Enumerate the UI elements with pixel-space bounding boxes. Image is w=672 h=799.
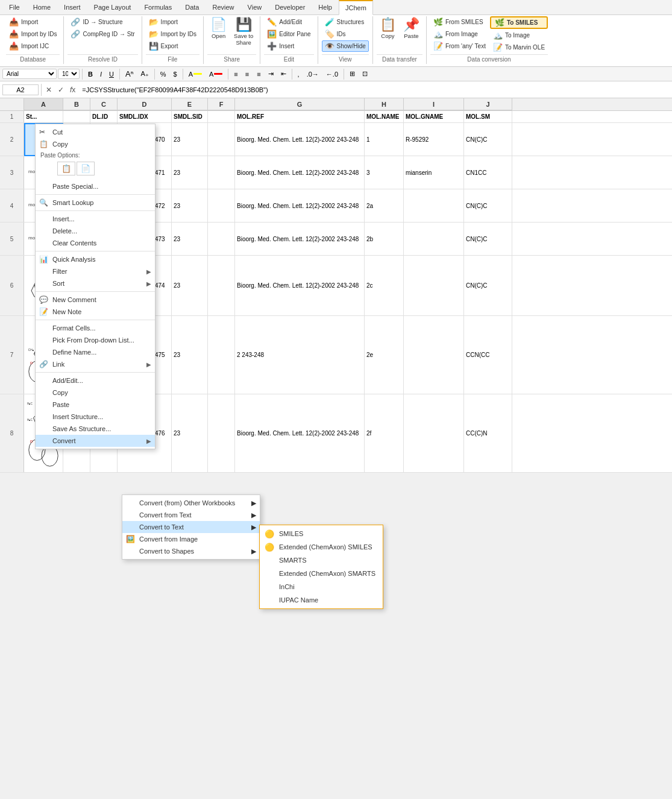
col-header-d[interactable]: D [118,98,172,110]
tab-developer[interactable]: Developer [268,0,312,14]
cell-c1[interactable]: DL.ID [90,111,118,122]
import-button[interactable]: 📥 Import [6,16,60,28]
compreg-button[interactable]: 🔗 CompReg ID → Str [68,28,137,40]
to-marvin-ole-button[interactable]: 📝 To Marvin OLE [490,42,548,53]
cell-f5[interactable] [208,223,235,255]
cell-i6[interactable] [404,256,464,315]
tab-data[interactable]: Data [178,0,206,14]
import-by-ids-button[interactable]: 📥 Import by IDs [6,28,60,40]
ctx-insert[interactable]: Insert... [36,213,155,225]
bold-button[interactable]: B [85,69,96,79]
col-header-i[interactable]: I [404,98,464,110]
cell-i7[interactable] [404,316,464,394]
tab-home[interactable]: Home [27,0,57,14]
cell-e6[interactable]: 23 [172,256,208,315]
ctx-new-comment[interactable]: 💬 New Comment [36,294,155,306]
cell-e8[interactable]: 23 [172,394,208,472]
col-header-f[interactable]: F [208,98,235,110]
cancel-icon[interactable]: ✕ [44,85,54,95]
cell-f7[interactable] [208,316,235,394]
ctx-add-edit[interactable]: Add/Edit... [36,374,155,387]
cell-h8[interactable]: 2f [365,394,404,472]
file-import-ids-button[interactable]: 📂 Import by IDs [146,28,199,40]
sub2-extended-smiles[interactable]: 🟡 Extended (ChemAxon) SMILES [260,540,383,554]
tab-view[interactable]: View [241,0,269,14]
cell-h5[interactable]: 2b [365,223,404,255]
cell-reference-input[interactable] [2,84,39,95]
cell-i1[interactable]: MOL.GNAME [404,111,464,122]
cell-f2[interactable] [208,123,235,156]
cell-j7[interactable]: CCN(CC [464,316,512,394]
cell-f4[interactable] [208,189,235,222]
sub2-smiles[interactable]: 🟡 SMILES [260,527,383,540]
ctx-format-cells[interactable]: Format Cells... [36,322,155,334]
ctx-link[interactable]: 🔗 Link ▶ [36,358,155,370]
cell-g5[interactable]: Bioorg. Med. Chem. Lett. 12(2)-2002 243-… [235,223,365,255]
add-edit-button[interactable]: ✏️ Add/Edit [264,16,313,28]
import-ijc-button[interactable]: 📥 Import IJC [6,40,60,52]
decimal-decrease-button[interactable]: ←.0 [323,69,341,79]
decrease-indent-button[interactable]: ⇤ [278,69,289,79]
cell-h2[interactable]: 1 [365,123,404,156]
sub2-smarts[interactable]: SMARTS [260,554,383,567]
cell-e2[interactable]: 23 [172,123,208,156]
save-to-share-button[interactable]: 💾 Save toShare [231,16,256,48]
cell-g7[interactable]: 2 243-248 [235,316,365,394]
cell-h1[interactable]: MOL.NAME [365,111,404,122]
tab-help[interactable]: Help [312,0,339,14]
dollar-button[interactable]: $ [171,69,180,79]
ctx-convert[interactable]: Convert ▶ [36,435,155,447]
cell-f3[interactable] [208,156,235,189]
font-grow-button[interactable]: Aⁿ [122,68,136,80]
ctx-copy[interactable]: 📋 Copy [36,138,155,150]
tab-file[interactable]: File [2,0,27,14]
italic-button[interactable]: I [97,69,105,79]
cell-j8[interactable]: CC(C)N [464,394,512,472]
cell-f1[interactable] [208,111,235,122]
comma-format-button[interactable]: , [295,69,303,79]
align-center-button[interactable]: ≡ [242,69,253,79]
editor-pane-button[interactable]: 🖼️ Editor Pane [264,28,313,40]
cell-g4[interactable]: Bioorg. Med. Chem. Lett. 12(2)-2002 243-… [235,189,365,222]
ctx-pick-dropdown[interactable]: Pick From Drop-down List... [36,334,155,346]
show-hide-button[interactable]: 👁️ Show/Hide [322,40,369,52]
paste-button[interactable]: 📌 Paste [400,16,422,41]
col-header-h[interactable]: H [365,98,404,110]
ctx-save-as-structure[interactable]: Save As Structure... [36,423,155,435]
cell-i4[interactable] [404,189,464,222]
from-any-text-button[interactable]: 📝 From 'any' Text [430,40,489,52]
cell-j3[interactable]: CN1CC [464,156,512,189]
sub-convert-other[interactable]: Convert (from) Other Workbooks ▶ [122,497,260,509]
ctx-smart-lookup[interactable]: 🔍 Smart Lookup [36,197,155,209]
copy-button[interactable]: 📋 Copy [377,16,399,41]
cell-e5[interactable]: 23 [172,223,208,255]
cell-g3[interactable]: Bioorg. Med. Chem. Lett. 12(2)-2002 243-… [235,156,365,189]
cell-g6[interactable]: Bioorg. Med. Chem. Lett. 12(2)-2002 243-… [235,256,365,315]
cell-d1[interactable]: SMDL.IDX [118,111,172,122]
to-image-button[interactable]: 🏔️ To Image [490,30,548,41]
tab-jchem[interactable]: JChem [339,0,373,15]
file-import-button[interactable]: 📂 Import [146,16,199,28]
sub-convert-from-image[interactable]: 🖼️ Convert from Image [122,533,260,545]
sub2-inchi[interactable]: InChi [260,580,383,593]
sub-convert-to-text[interactable]: Convert to Text ▶ [122,521,260,533]
col-header-c[interactable]: C [90,98,118,110]
underline-button[interactable]: U [106,69,117,79]
sub-convert-from-text[interactable]: Convert from Text ▶ [122,509,260,521]
cell-h3[interactable]: 3 [365,156,404,189]
cell-g8[interactable]: Bioorg. Med. Chem. Lett. 12(2)-2002 243-… [235,394,365,472]
paste-btn-1[interactable]: 📋 [57,162,75,175]
cell-e1[interactable]: SMDL.SID [172,111,208,122]
open-button[interactable]: 📄 Open [207,16,230,41]
ctx-insert-structure[interactable]: Insert Structure... [36,411,155,423]
cell-e3[interactable]: 23 [172,156,208,189]
ctx-new-note[interactable]: 📝 New Note [36,306,155,318]
cell-e4[interactable]: 23 [172,189,208,222]
id-to-structure-button[interactable]: 🔗 ID → Structure [68,16,137,28]
tab-formulas[interactable]: Formulas [137,0,178,14]
ctx-delete[interactable]: Delete... [36,225,155,237]
cell-j2[interactable]: CN(C)C [464,123,512,156]
ctx-copy2[interactable]: Copy [36,387,155,399]
cell-j4[interactable]: CN(C)C [464,189,512,222]
insert-function-icon[interactable]: fx [68,85,77,95]
